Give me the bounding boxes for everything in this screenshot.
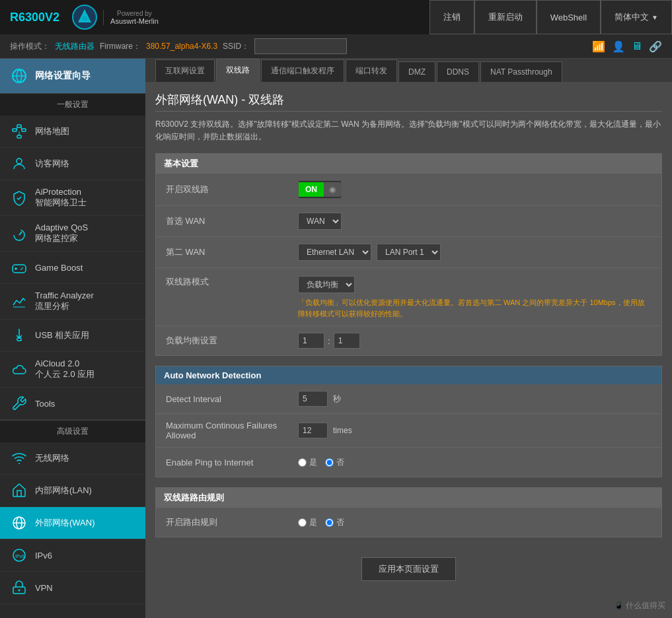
tab-dmz[interactable]: DMZ bbox=[398, 61, 435, 82]
sidebar-item-wan[interactable]: 外部网络(WAN) bbox=[0, 507, 145, 539]
watermark: 📱 什么值得买 bbox=[614, 600, 665, 611]
auto-network-title: Auto Network Detection bbox=[156, 366, 661, 384]
secondary-wan-select[interactable]: Ethernet LAN bbox=[298, 244, 371, 261]
sidebar-item-vpn[interactable]: VPN bbox=[0, 572, 145, 604]
ping-radio-group: 是 否 bbox=[298, 457, 344, 468]
load-balance-control: 1 : 1 bbox=[298, 333, 652, 349]
secondary-wan-control: Ethernet LAN LAN Port 1 bbox=[298, 244, 652, 261]
ping-row: Enable Ping to Internet 是 否 bbox=[156, 448, 661, 477]
primary-wan-select[interactable]: WAN bbox=[298, 213, 342, 230]
svg-rect-4 bbox=[13, 129, 17, 131]
detect-interval-unit: 秒 bbox=[333, 394, 341, 405]
routing-rules-body: 开启路由规则 是 否 bbox=[156, 508, 661, 537]
ping-label: Enable Ping to Internet bbox=[166, 458, 298, 467]
sidebar-item-lan[interactable]: 内部网络(LAN) bbox=[0, 475, 145, 507]
logo-area: R6300V2 Powered by Asuswrt-Merlin bbox=[0, 0, 168, 34]
tab-ddns-label: DDNS bbox=[447, 67, 469, 77]
ratio-input-2[interactable]: 1 bbox=[334, 333, 360, 349]
max-failures-unit: times bbox=[333, 426, 352, 435]
advanced-section-title: 高级设置 bbox=[0, 420, 145, 442]
dual-mode-label: 双线路模式 bbox=[166, 276, 298, 288]
svg-point-17 bbox=[22, 267, 23, 269]
tab-nat[interactable]: NAT Passthrough bbox=[480, 61, 562, 82]
dual-wan-toggle-label: 开启双线路 bbox=[166, 184, 298, 195]
max-failures-input[interactable] bbox=[298, 423, 328, 438]
detect-interval-input[interactable] bbox=[298, 391, 328, 407]
svg-line-9 bbox=[21, 127, 22, 130]
sidebar-item-game-boost[interactable]: Game Boost bbox=[0, 252, 145, 284]
adaptive-qos-label: Adaptive QoS网络监控家 bbox=[35, 223, 88, 244]
sidebar-item-traffic-analyzer[interactable]: Traffic Analyzer流里分析 bbox=[0, 284, 145, 320]
tab-port-forward-label: 端口转发 bbox=[355, 66, 387, 75]
load-balance-row: 负载均衡设置 1 : 1 bbox=[156, 326, 661, 355]
sidebar-item-adaptive-qos[interactable]: Adaptive QoS网络监控家 bbox=[0, 216, 145, 252]
status-icons: 📶 👤 🖥 🔗 bbox=[592, 40, 662, 53]
tab-port-forward[interactable]: 端口转发 bbox=[346, 59, 397, 82]
toggle-off-label: ◉ bbox=[324, 182, 341, 197]
enable-routing-label: 开启路由规则 bbox=[166, 516, 298, 528]
tab-internet[interactable]: 互联网设置 bbox=[155, 59, 215, 82]
ping-yes-radio[interactable]: 是 bbox=[298, 457, 317, 468]
routing-radio-group: 是 否 bbox=[298, 517, 344, 528]
routing-yes-label: 是 bbox=[309, 517, 317, 528]
primary-wan-row: 首选 WAN WAN bbox=[156, 206, 661, 237]
ping-yes-input[interactable] bbox=[298, 458, 307, 467]
setup-wizard-label: 网络设置向导 bbox=[35, 70, 91, 82]
merlin-label: Asuswrt-Merlin bbox=[110, 17, 159, 25]
sidebar-item-guest-network[interactable]: 访客网络 bbox=[0, 148, 145, 180]
sidebar-item-aicloud[interactable]: AiCloud 2.0个人云 2.0 应用 bbox=[0, 352, 145, 388]
ping-no-radio[interactable]: 否 bbox=[325, 457, 344, 468]
top-header: R6300V2 Powered by Asuswrt-Merlin 注销 重新启… bbox=[0, 0, 672, 34]
usb-icon bbox=[10, 326, 28, 345]
sidebar-item-ipv6[interactable]: IPv6 IPv6 bbox=[0, 539, 145, 572]
tab-comm-label: 通信端口触发程序 bbox=[271, 66, 334, 75]
webshell-button[interactable]: WebShell bbox=[537, 0, 601, 34]
logout-button[interactable]: 注销 bbox=[429, 0, 474, 34]
language-button[interactable]: 简体中文 ▼ bbox=[601, 0, 672, 34]
wan-icon bbox=[10, 514, 28, 532]
dual-wan-toggle-control: ON ◉ bbox=[298, 180, 652, 199]
routing-no-input[interactable] bbox=[325, 518, 334, 527]
sidebar-item-network-map[interactable]: 网络地图 bbox=[0, 116, 145, 148]
ssid-input[interactable] bbox=[254, 38, 347, 54]
sidebar: 网络设置向导 一般设置 网络地图 bbox=[0, 59, 145, 618]
port-select[interactable]: LAN Port 1 bbox=[377, 244, 441, 261]
sidebar-item-usb-app[interactable]: USB 相关应用 bbox=[0, 320, 145, 352]
mode-value: 无线路由器 bbox=[55, 41, 94, 52]
max-failures-label: Maximum Continous Failures Allowed bbox=[166, 421, 298, 440]
sidebar-item-tools[interactable]: Tools bbox=[0, 388, 145, 420]
watermark-text: 什么值得买 bbox=[626, 601, 665, 610]
routing-yes-radio[interactable]: 是 bbox=[298, 517, 317, 528]
dual-mode-select[interactable]: 负载均衡 bbox=[298, 276, 355, 293]
mode-label: 操作模式： bbox=[10, 41, 50, 52]
sidebar-item-setup-wizard[interactable]: 网络设置向导 bbox=[0, 59, 145, 93]
toggle-on-container[interactable]: ON ◉ bbox=[298, 180, 342, 199]
shield-icon bbox=[10, 189, 28, 207]
apply-button[interactable]: 应用本页面设置 bbox=[361, 557, 456, 581]
main-layout: 网络设置向导 一般设置 网络地图 bbox=[0, 59, 672, 618]
ping-no-input[interactable] bbox=[325, 458, 334, 467]
aiprotection-label: AiProtection智能网络卫士 bbox=[35, 187, 87, 209]
wrench-icon bbox=[10, 394, 28, 413]
primary-wan-label: 首选 WAN bbox=[166, 215, 298, 227]
auto-network-section: Auto Network Detection Detect Interval 秒… bbox=[155, 366, 662, 477]
enable-routing-control: 是 否 bbox=[298, 517, 652, 528]
secondary-wan-label: 第二 WAN bbox=[166, 246, 298, 258]
toggle-on-label: ON bbox=[299, 182, 324, 197]
sidebar-item-wireless[interactable]: 无线网络 bbox=[0, 442, 145, 475]
guest-network-label: 访客网络 bbox=[35, 158, 69, 170]
reboot-button[interactable]: 重新启动 bbox=[474, 0, 537, 34]
tab-ddns[interactable]: DDNS bbox=[437, 61, 479, 82]
tab-comm[interactable]: 通信端口触发程序 bbox=[261, 59, 344, 82]
routing-yes-input[interactable] bbox=[298, 518, 307, 527]
wan-label: 外部网络(WAN) bbox=[35, 517, 95, 529]
svg-point-11 bbox=[17, 158, 22, 164]
load-balance-label: 负载均衡设置 bbox=[166, 335, 298, 347]
tab-dual-wan[interactable]: 双线路 bbox=[216, 59, 260, 82]
sidebar-item-aiprotection[interactable]: AiProtection智能网络卫士 bbox=[0, 180, 145, 216]
routing-no-radio[interactable]: 否 bbox=[325, 517, 344, 528]
chevron-down-icon: ▼ bbox=[652, 14, 658, 21]
ratio-input-1[interactable]: 1 bbox=[298, 333, 324, 349]
basic-settings-body: 开启双线路 ON ◉ 首选 WAN WAN bbox=[156, 174, 661, 355]
ping-yes-label: 是 bbox=[309, 457, 317, 468]
